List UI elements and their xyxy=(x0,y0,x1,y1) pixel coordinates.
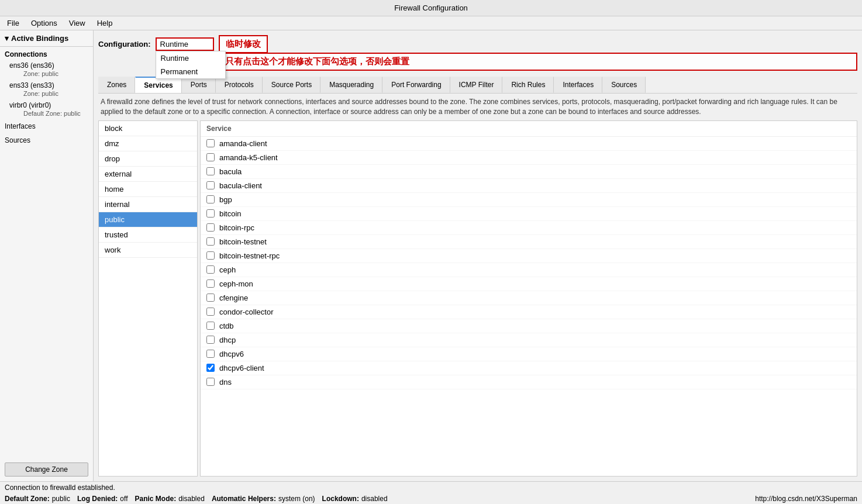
zone-trusted[interactable]: trusted xyxy=(99,227,197,243)
service-checkbox-dns[interactable] xyxy=(206,378,215,386)
statusbar-line2: Default Zone: public Log Denied: off Pan… xyxy=(0,493,862,504)
menu-file[interactable]: File xyxy=(2,18,24,29)
sidebar-header[interactable]: ▾ Active Bindings xyxy=(0,30,93,47)
service-dhcpv6: dhcpv6 xyxy=(201,347,857,361)
service-amanda-client: amanda-client xyxy=(201,137,857,151)
service-amanda-k5-client: amanda-k5-client xyxy=(201,151,857,165)
service-checkbox-bitcoin[interactable] xyxy=(206,209,215,218)
service-bitcoin-rpc: bitcoin-rpc xyxy=(201,221,857,235)
menubar: File Options View Help xyxy=(0,16,862,30)
service-ceph: ceph xyxy=(201,263,857,277)
tab-icmp-filter[interactable]: ICMP Filter xyxy=(450,77,503,93)
service-checkbox-cfengine[interactable] xyxy=(206,294,215,302)
services-panel: Service amanda-client amanda-k5-client b… xyxy=(200,120,857,477)
menu-options[interactable]: Options xyxy=(26,18,62,29)
service-checkbox-condor-collector[interactable] xyxy=(206,308,215,316)
service-checkbox-bitcoin-rpc[interactable] xyxy=(206,223,215,232)
config-dropdown-wrapper: Runtime Runtime Permanent xyxy=(156,37,214,51)
service-ceph-mon: ceph-mon xyxy=(201,277,857,291)
statusbar-panic-label: Panic Mode: xyxy=(135,495,176,503)
statusbar-helpers-val: system (on) xyxy=(278,495,315,503)
sidebar-item-interfaces[interactable]: Interfaces xyxy=(0,119,93,133)
statusbar-default-val: public xyxy=(52,495,70,503)
url-hint: http://blog.csdn.net/X3Superman xyxy=(755,495,857,503)
tab-protocols[interactable]: Protocols xyxy=(216,77,263,93)
config-option-permanent[interactable]: Permanent xyxy=(156,65,225,78)
service-checkbox-bitcoin-testnet-rpc[interactable] xyxy=(206,251,215,260)
annotation-runtime: 临时修改 xyxy=(219,35,268,53)
service-bacula: bacula xyxy=(201,165,857,179)
change-zone-button[interactable]: Change Zone xyxy=(5,462,88,477)
statusbar-lockdown-label: Lockdown: xyxy=(322,495,359,503)
service-dns: dns xyxy=(201,375,857,389)
sidebar-conn-ens36[interactable]: ens36 (ens36) Zone: public xyxy=(0,60,93,80)
titlebar: Firewall Configuration xyxy=(0,0,862,16)
zone-drop[interactable]: drop xyxy=(99,151,197,167)
sidebar-item-sources[interactable]: Sources xyxy=(0,133,93,147)
config-option-runtime[interactable]: Runtime xyxy=(156,51,225,65)
service-cfengine: cfengine xyxy=(201,291,857,305)
service-checkbox-bitcoin-testnet[interactable] xyxy=(206,237,215,246)
zone-internal[interactable]: internal xyxy=(99,197,197,212)
service-checkbox-ctdb[interactable] xyxy=(206,322,215,330)
sidebar-conn-virbr0[interactable]: virbr0 (virbr0) Default Zone: public xyxy=(0,99,93,119)
config-dropdown-popup: Runtime Permanent xyxy=(156,51,226,79)
sidebar: ▾ Active Bindings Connections ens36 (ens… xyxy=(0,30,94,481)
service-checkbox-dhcp[interactable] xyxy=(206,336,215,344)
service-checkbox-bgp[interactable] xyxy=(206,195,215,203)
tab-interfaces[interactable]: Interfaces xyxy=(554,77,602,93)
service-checkbox-bacula-client[interactable] xyxy=(206,181,215,189)
statusbar-helpers-label: Automatic Helpers: xyxy=(212,495,276,503)
tab-ports[interactable]: Ports xyxy=(182,77,216,93)
services-header-text: Service xyxy=(201,121,857,137)
sidebar-conn-ens36-sub: Zone: public xyxy=(9,70,88,78)
zone-list: block dmz drop external home internal pu… xyxy=(98,120,198,477)
sidebar-conn-ens33[interactable]: ens33 (ens33) Zone: public xyxy=(0,80,93,99)
statusbar-line1: Connection to firewalld established. xyxy=(0,481,862,493)
service-condor-collector: condor-collector xyxy=(201,305,857,319)
zone-home[interactable]: home xyxy=(99,182,197,197)
config-label: Configuration: xyxy=(98,40,151,49)
statusbar-log-val: off xyxy=(120,495,127,503)
menu-view[interactable]: View xyxy=(64,18,90,29)
sidebar-conn-virbr0-sub: Default Zone: public xyxy=(9,109,88,118)
statusbar-log-label: Log Denied: xyxy=(77,495,118,503)
service-checkbox-dhcpv6[interactable] xyxy=(206,350,215,358)
zone-dmz[interactable]: dmz xyxy=(99,136,197,151)
annotation-permanent: 永久修改，只有点击这个才能修改下面勾选项，否则会重置 xyxy=(174,53,857,71)
menu-help[interactable]: Help xyxy=(92,18,118,29)
tab-rich-rules[interactable]: Rich Rules xyxy=(502,77,554,93)
tab-sources[interactable]: Sources xyxy=(602,77,646,93)
config-dropdown[interactable]: Runtime xyxy=(156,37,214,51)
service-checkbox-amanda-k5-client[interactable] xyxy=(206,153,215,161)
tab-masquerading[interactable]: Masquerading xyxy=(320,77,382,93)
service-checkbox-dhcpv6-client[interactable] xyxy=(206,364,215,372)
service-bitcoin: bitcoin xyxy=(201,207,857,221)
service-dhcpv6-client: dhcpv6-client xyxy=(201,361,857,375)
zone-description: A firewalld zone defines the level of tr… xyxy=(98,94,857,120)
service-checkbox-amanda-client[interactable] xyxy=(206,139,215,147)
service-ctdb: ctdb xyxy=(201,319,857,333)
tabs-row: Zones Services Ports Protocols Source Po… xyxy=(98,77,857,94)
tab-services[interactable]: Services xyxy=(135,77,181,93)
zone-service-panel: block dmz drop external home internal pu… xyxy=(98,120,857,477)
tab-port-forwarding[interactable]: Port Forwarding xyxy=(382,77,450,93)
statusbar-panic-val: disabled xyxy=(178,495,205,503)
zone-block[interactable]: block xyxy=(99,121,197,136)
service-checkbox-ceph[interactable] xyxy=(206,265,215,274)
zone-public[interactable]: public xyxy=(99,212,197,227)
statusbar-default-label: Default Zone: xyxy=(5,495,50,503)
service-checkbox-ceph-mon[interactable] xyxy=(206,279,215,288)
tab-zones[interactable]: Zones xyxy=(98,77,135,93)
connections-label: Connections xyxy=(0,47,93,60)
tab-source-ports[interactable]: Source Ports xyxy=(263,77,320,93)
zone-external[interactable]: external xyxy=(99,167,197,182)
service-bacula-client: bacula-client xyxy=(201,179,857,193)
main-layout: ▾ Active Bindings Connections ens36 (ens… xyxy=(0,30,862,481)
zone-work[interactable]: work xyxy=(99,243,197,258)
chevron-down-icon: ▾ xyxy=(5,34,9,43)
sidebar-header-label: Active Bindings xyxy=(11,34,68,43)
service-checkbox-bacula[interactable] xyxy=(206,167,215,175)
service-bitcoin-testnet: bitcoin-testnet xyxy=(201,235,857,249)
titlebar-label: Firewall Configuration xyxy=(394,4,468,12)
